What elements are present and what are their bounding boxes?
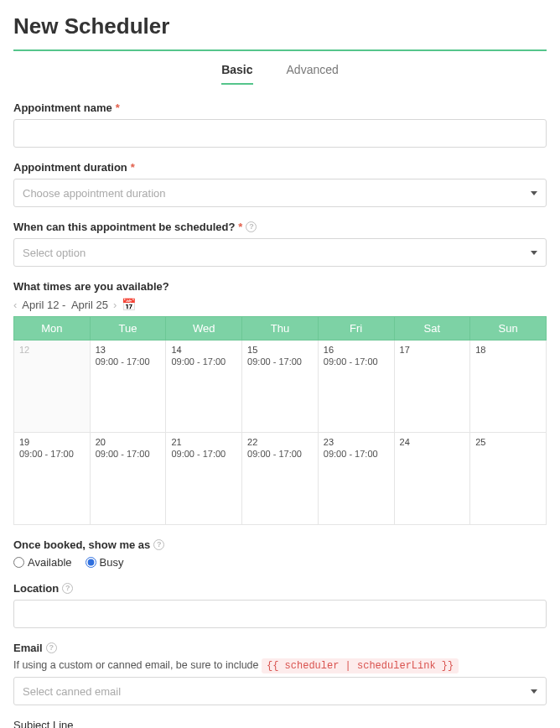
- calendar-cell[interactable]: 18: [470, 341, 547, 433]
- calendar-header: Sun: [470, 317, 547, 341]
- tab-basic[interactable]: Basic: [221, 63, 252, 85]
- date-range-nav: ‹ April 12 - April 25 › 📅: [13, 298, 547, 311]
- caret-down-icon: [531, 251, 537, 255]
- calendar-cell[interactable]: 17: [394, 341, 470, 433]
- merge-tag: {{ scheduler | schedulerLink }}: [262, 658, 459, 673]
- calendar-cell[interactable]: 2309:00 - 17:00: [318, 433, 394, 525]
- calendar-cell[interactable]: 1409:00 - 17:00: [166, 341, 242, 433]
- appointment-name-input[interactable]: [13, 119, 547, 148]
- when-scheduled-select[interactable]: Select option: [13, 238, 547, 267]
- tabs: Basic Advanced: [13, 63, 547, 85]
- calendar-cell[interactable]: 1609:00 - 17:00: [318, 341, 394, 433]
- radio-busy[interactable]: Busy: [86, 556, 124, 569]
- canned-email-select[interactable]: Select canned email: [13, 677, 547, 705]
- calendar-cell[interactable]: 1309:00 - 17:00: [90, 341, 166, 433]
- help-icon: ?: [46, 642, 57, 653]
- email-hint: If using a custom or canned email, be su…: [13, 659, 547, 672]
- caret-down-icon: [531, 689, 537, 694]
- page-title: New Scheduler: [13, 13, 547, 51]
- calendar-header: Sat: [394, 317, 470, 341]
- chevron-left-icon[interactable]: ‹: [13, 299, 17, 311]
- when-scheduled-label: When can this appointment be scheduled?*…: [13, 221, 547, 233]
- radio-available[interactable]: Available: [13, 556, 72, 569]
- calendar-header: Fri: [318, 317, 394, 341]
- appointment-duration-label: Appointment duration*: [13, 161, 547, 174]
- subject-line-label: Subject Line: [13, 719, 547, 728]
- chevron-right-icon[interactable]: ›: [113, 299, 117, 311]
- calendar-header: Mon: [14, 317, 91, 341]
- booked-status-label: Once booked, show me as ?: [13, 538, 547, 551]
- calendar-cell[interactable]: 2009:00 - 17:00: [90, 433, 166, 525]
- location-label: Location ?: [13, 582, 547, 595]
- date-range-text: April 12 - April 25: [22, 299, 108, 311]
- availability-calendar: MonTueWedThuFriSatSun 121309:00 - 17:001…: [13, 316, 547, 525]
- calendar-cell[interactable]: 1909:00 - 17:00: [14, 433, 91, 525]
- calendar-header: Wed: [166, 317, 242, 341]
- help-icon: ?: [62, 583, 73, 594]
- help-icon: ?: [246, 221, 257, 232]
- help-icon: ?: [153, 539, 164, 550]
- calendar-cell[interactable]: 24: [394, 433, 470, 525]
- calendar-cell[interactable]: 25: [470, 433, 547, 525]
- calendar-cell[interactable]: 2209:00 - 17:00: [242, 433, 319, 525]
- availability-label: What times are you available?: [13, 280, 547, 293]
- calendar-cell[interactable]: 12: [14, 341, 91, 433]
- appointment-duration-select[interactable]: Choose appointment duration: [13, 179, 547, 207]
- location-input[interactable]: [13, 600, 547, 628]
- calendar-header: Tue: [90, 317, 166, 341]
- calendar-icon[interactable]: 📅: [122, 298, 136, 311]
- calendar-header: Thu: [242, 317, 319, 341]
- email-label: Email ?: [13, 642, 547, 654]
- caret-down-icon: [531, 191, 537, 195]
- tab-advanced[interactable]: Advanced: [287, 63, 339, 85]
- calendar-cell[interactable]: 1509:00 - 17:00: [242, 341, 319, 433]
- appointment-name-label: Appointment name*: [13, 101, 547, 114]
- calendar-cell[interactable]: 2109:00 - 17:00: [166, 433, 242, 525]
